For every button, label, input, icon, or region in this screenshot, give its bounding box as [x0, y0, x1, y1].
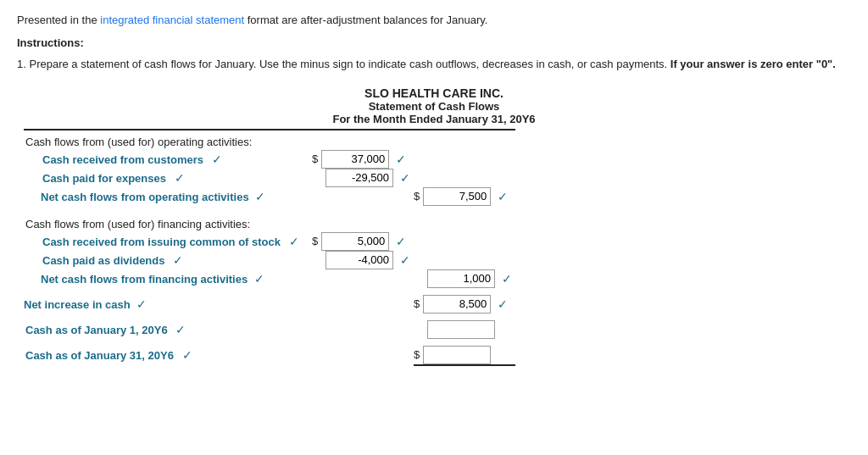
dollar-sign-1: $ — [312, 153, 318, 165]
cash-jan1-check: ✓ — [175, 323, 186, 336]
cash-jan31-input-group: $ — [414, 346, 515, 364]
cash-paid-dividends-input-check: ✓ — [400, 253, 410, 267]
net-increase-cash-row: Net increase in cash ✓ $ ✓ — [24, 295, 515, 314]
dollar-sign-4: $ — [414, 297, 420, 310]
net-financing-input-group: ✓ — [414, 269, 515, 288]
cash-jan31-row: Cash as of January 31, 20Y6 ✓ $ — [24, 346, 515, 365]
financing-header-label: Cash flows from (used for) financing act… — [24, 213, 312, 232]
cash-paid-dividends-input[interactable] — [326, 251, 393, 269]
cash-flow-table: Cash flows from (used for) operating act… — [24, 129, 515, 366]
net-financing-input[interactable] — [427, 269, 495, 288]
net-increase-cash-check: ✓ — [136, 297, 147, 311]
cash-received-customers-input-group: $ ✓ — [312, 150, 414, 169]
net-financing-check: ✓ — [254, 272, 264, 286]
net-increase-cash-input-check: ✓ — [498, 297, 508, 311]
dollar-sign-5: $ — [414, 348, 420, 361]
spacer-1 — [24, 206, 515, 213]
cash-jan1-row: Cash as of January 1, 20Y6 ✓ — [24, 320, 515, 339]
cash-received-stock-row: Cash received from issuing common of sto… — [24, 232, 515, 251]
cash-jan1-input[interactable] — [427, 320, 495, 339]
cash-received-customers-input-check: ✓ — [396, 153, 406, 166]
question-number: 1. — [17, 58, 26, 70]
spacer-4 — [24, 339, 515, 346]
cash-paid-dividends-label: Cash paid as dividends — [41, 251, 167, 270]
company-header: SLO HEALTH CARE INC. Statement of Cash F… — [17, 86, 851, 125]
cash-jan31-input[interactable] — [423, 346, 491, 364]
integrated-financial-link[interactable]: integrated financial statement — [100, 14, 244, 26]
cash-jan1-input-group — [414, 320, 515, 339]
net-operating-input-check: ✓ — [498, 190, 508, 203]
cash-received-customers-check: ✓ — [212, 153, 222, 166]
cash-paid-dividends-row: Cash paid as dividends ✓ ✓ — [24, 251, 515, 269]
cash-received-customers-label: Cash received from customers — [41, 150, 205, 169]
net-operating-label: Net cash flows from operating activities — [41, 191, 249, 203]
net-increase-cash-input-group: $ ✓ — [414, 295, 515, 314]
question-bold: If your answer is zero enter "0". — [667, 58, 836, 70]
cash-paid-expenses-input-check: ✓ — [400, 171, 410, 185]
cash-jan31-check: ✓ — [182, 348, 192, 362]
cash-received-customers-input[interactable] — [321, 150, 389, 169]
company-name: SLO HEALTH CARE INC. — [17, 86, 851, 100]
net-financing-input-check: ✓ — [502, 272, 512, 286]
net-operating-input[interactable] — [423, 187, 491, 206]
cash-paid-dividends-input-group: ✓ — [312, 251, 414, 269]
net-increase-cash-input[interactable] — [423, 295, 491, 314]
net-operating-check: ✓ — [255, 190, 265, 203]
instructions-label: Instructions: — [17, 36, 851, 49]
question-text: 1. Prepare a statement of cash flows for… — [17, 56, 851, 73]
cash-paid-expenses-check: ✓ — [175, 171, 185, 185]
net-increase-cash-label: Net increase in cash — [24, 298, 131, 311]
spacer-3 — [24, 314, 515, 320]
financing-header-row: Cash flows from (used for) financing act… — [24, 213, 515, 232]
dollar-sign-2: $ — [414, 190, 420, 203]
intro-text-before: Presented in the — [17, 14, 100, 26]
period: For the Month Ended January 31, 20Y6 — [17, 113, 851, 125]
cash-received-stock-check: ✓ — [289, 235, 299, 248]
cash-received-stock-input-group: $ ✓ — [312, 232, 414, 251]
cash-received-stock-input[interactable] — [321, 232, 389, 251]
cash-received-customers-row: Cash received from customers ✓ $ ✓ — [24, 150, 515, 169]
dollar-sign-3: $ — [312, 235, 318, 247]
cash-received-stock-label: Cash received from issuing common of sto… — [41, 232, 282, 252]
cash-paid-expenses-input[interactable] — [326, 169, 393, 187]
cash-paid-expenses-label: Cash paid for expenses — [41, 169, 168, 188]
cash-jan31-label: Cash as of January 31, 20Y6 — [24, 346, 175, 365]
operating-header-label: Cash flows from (used for) operating act… — [24, 130, 312, 150]
intro-paragraph: Presented in the integrated financial st… — [17, 14, 851, 26]
cash-received-stock-input-check: ✓ — [396, 235, 406, 248]
statement-title: Statement of Cash Flows — [17, 100, 851, 113]
operating-header-row: Cash flows from (used for) operating act… — [24, 130, 515, 150]
net-operating-row: Net cash flows from operating activities… — [24, 187, 515, 206]
question-body: Prepare a statement of cash flows for Ja… — [29, 58, 667, 70]
cash-paid-expenses-row: Cash paid for expenses ✓ ✓ — [24, 169, 515, 187]
intro-text-after: format are after-adjustment balances for… — [244, 14, 487, 26]
net-financing-row: Net cash flows from financing activities… — [24, 269, 515, 288]
net-operating-input-group: $ ✓ — [414, 187, 515, 206]
spacer-2 — [24, 288, 515, 295]
net-financing-label: Net cash flows from financing activities — [41, 273, 248, 286]
cash-jan1-label: Cash as of January 1, 20Y6 — [24, 320, 170, 340]
cash-paid-dividends-check: ✓ — [173, 253, 183, 267]
cash-paid-expenses-input-group: ✓ — [312, 169, 414, 187]
